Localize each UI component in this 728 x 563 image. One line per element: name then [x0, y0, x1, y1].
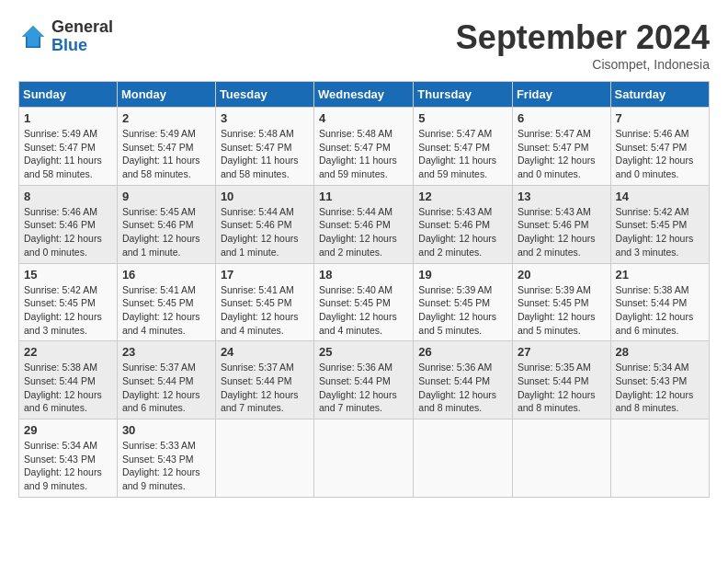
day-number: 2 — [122, 111, 210, 125]
page-header: General Blue September 2024 Cisompet, In… — [18, 18, 710, 72]
logo: General Blue — [18, 18, 113, 55]
col-header-friday: Friday — [512, 82, 610, 108]
week-row-1: 1Sunrise: 5:49 AM Sunset: 5:47 PM Daylig… — [19, 108, 710, 186]
day-detail: Sunrise: 5:40 AM Sunset: 5:45 PM Dayligh… — [319, 283, 408, 338]
day-number: 14 — [616, 190, 704, 203]
day-cell: 14Sunrise: 5:42 AM Sunset: 5:45 PM Dayli… — [610, 185, 709, 263]
col-header-wednesday: Wednesday — [314, 82, 414, 108]
day-number: 20 — [518, 268, 606, 282]
day-number: 27 — [518, 345, 606, 359]
day-number: 29 — [24, 423, 112, 437]
day-detail: Sunrise: 5:33 AM Sunset: 5:43 PM Dayligh… — [122, 439, 210, 493]
day-detail: Sunrise: 5:35 AM Sunset: 5:44 PM Dayligh… — [518, 361, 606, 415]
logo-text: General Blue — [51, 18, 113, 55]
day-detail: Sunrise: 5:34 AM Sunset: 5:43 PM Dayligh… — [24, 439, 112, 493]
day-detail: Sunrise: 5:44 AM Sunset: 5:46 PM Dayligh… — [319, 205, 408, 259]
col-header-saturday: Saturday — [610, 82, 709, 108]
day-cell: 15Sunrise: 5:42 AM Sunset: 5:45 PM Dayli… — [19, 263, 118, 341]
col-header-thursday: Thursday — [414, 82, 513, 108]
day-number: 6 — [518, 111, 606, 125]
day-number: 18 — [319, 268, 408, 282]
day-cell — [610, 419, 709, 498]
day-number: 9 — [122, 190, 210, 203]
day-cell: 1Sunrise: 5:49 AM Sunset: 5:47 PM Daylig… — [19, 108, 118, 186]
day-number: 17 — [221, 268, 309, 282]
day-detail: Sunrise: 5:38 AM Sunset: 5:44 PM Dayligh… — [616, 283, 704, 338]
day-number: 1 — [24, 111, 112, 125]
day-detail: Sunrise: 5:46 AM Sunset: 5:46 PM Dayligh… — [24, 205, 112, 259]
day-cell: 30Sunrise: 5:33 AM Sunset: 5:43 PM Dayli… — [117, 419, 215, 498]
day-number: 26 — [418, 345, 507, 359]
day-number: 5 — [418, 111, 507, 125]
day-number: 13 — [518, 190, 606, 203]
day-detail: Sunrise: 5:39 AM Sunset: 5:45 PM Dayligh… — [418, 283, 507, 338]
day-cell: 9Sunrise: 5:45 AM Sunset: 5:46 PM Daylig… — [117, 185, 215, 263]
day-detail: Sunrise: 5:43 AM Sunset: 5:46 PM Dayligh… — [518, 205, 606, 259]
day-number: 3 — [221, 111, 309, 125]
day-cell: 22Sunrise: 5:38 AM Sunset: 5:44 PM Dayli… — [19, 341, 118, 419]
day-cell: 5Sunrise: 5:47 AM Sunset: 5:47 PM Daylig… — [414, 108, 513, 186]
day-detail: Sunrise: 5:34 AM Sunset: 5:43 PM Dayligh… — [616, 361, 704, 415]
day-detail: Sunrise: 5:37 AM Sunset: 5:44 PM Dayligh… — [221, 361, 309, 415]
day-number: 15 — [24, 268, 112, 282]
week-row-2: 8Sunrise: 5:46 AM Sunset: 5:46 PM Daylig… — [19, 185, 710, 263]
logo-icon — [18, 22, 48, 52]
day-cell: 29Sunrise: 5:34 AM Sunset: 5:43 PM Dayli… — [19, 419, 118, 498]
day-cell: 19Sunrise: 5:39 AM Sunset: 5:45 PM Dayli… — [414, 263, 513, 341]
day-cell — [512, 419, 610, 498]
day-detail: Sunrise: 5:38 AM Sunset: 5:44 PM Dayligh… — [24, 361, 112, 415]
day-number: 7 — [616, 111, 704, 125]
day-detail: Sunrise: 5:49 AM Sunset: 5:47 PM Dayligh… — [24, 127, 112, 181]
day-detail: Sunrise: 5:36 AM Sunset: 5:44 PM Dayligh… — [418, 361, 507, 415]
day-number: 24 — [221, 345, 309, 359]
calendar-table: SundayMondayTuesdayWednesdayThursdayFrid… — [18, 81, 710, 498]
day-number: 30 — [122, 423, 210, 437]
day-detail: Sunrise: 5:43 AM Sunset: 5:46 PM Dayligh… — [418, 205, 507, 259]
month-title: September 2024 — [456, 18, 710, 57]
day-cell — [215, 419, 313, 498]
day-detail: Sunrise: 5:47 AM Sunset: 5:47 PM Dayligh… — [518, 127, 606, 181]
day-cell: 17Sunrise: 5:41 AM Sunset: 5:45 PM Dayli… — [215, 263, 313, 341]
day-number: 8 — [24, 190, 112, 203]
week-row-5: 29Sunrise: 5:34 AM Sunset: 5:43 PM Dayli… — [19, 419, 710, 498]
day-number: 28 — [616, 345, 704, 359]
title-block: September 2024 Cisompet, Indonesia — [456, 18, 710, 72]
day-cell: 27Sunrise: 5:35 AM Sunset: 5:44 PM Dayli… — [512, 341, 610, 419]
day-cell: 23Sunrise: 5:37 AM Sunset: 5:44 PM Dayli… — [117, 341, 215, 419]
day-cell: 3Sunrise: 5:48 AM Sunset: 5:47 PM Daylig… — [215, 108, 313, 186]
day-detail: Sunrise: 5:45 AM Sunset: 5:46 PM Dayligh… — [122, 205, 210, 259]
day-cell: 28Sunrise: 5:34 AM Sunset: 5:43 PM Dayli… — [610, 341, 709, 419]
day-cell: 11Sunrise: 5:44 AM Sunset: 5:46 PM Dayli… — [314, 185, 414, 263]
day-number: 10 — [221, 190, 309, 203]
day-number: 16 — [122, 268, 210, 282]
col-header-monday: Monday — [117, 82, 215, 108]
header-row: SundayMondayTuesdayWednesdayThursdayFrid… — [19, 82, 710, 108]
day-detail: Sunrise: 5:42 AM Sunset: 5:45 PM Dayligh… — [616, 205, 704, 259]
day-number: 21 — [616, 268, 704, 282]
day-cell: 20Sunrise: 5:39 AM Sunset: 5:45 PM Dayli… — [512, 263, 610, 341]
day-detail: Sunrise: 5:37 AM Sunset: 5:44 PM Dayligh… — [122, 361, 210, 415]
day-cell — [414, 419, 513, 498]
day-detail: Sunrise: 5:48 AM Sunset: 5:47 PM Dayligh… — [319, 127, 408, 181]
svg-marker-1 — [22, 26, 44, 46]
day-number: 12 — [418, 190, 507, 203]
day-cell: 26Sunrise: 5:36 AM Sunset: 5:44 PM Dayli… — [414, 341, 513, 419]
day-detail: Sunrise: 5:47 AM Sunset: 5:47 PM Dayligh… — [418, 127, 507, 181]
day-cell: 8Sunrise: 5:46 AM Sunset: 5:46 PM Daylig… — [19, 185, 118, 263]
day-cell: 2Sunrise: 5:49 AM Sunset: 5:47 PM Daylig… — [117, 108, 215, 186]
day-cell: 7Sunrise: 5:46 AM Sunset: 5:47 PM Daylig… — [610, 108, 709, 186]
day-detail: Sunrise: 5:39 AM Sunset: 5:45 PM Dayligh… — [518, 283, 606, 338]
day-detail: Sunrise: 5:49 AM Sunset: 5:47 PM Dayligh… — [122, 127, 210, 181]
day-cell: 12Sunrise: 5:43 AM Sunset: 5:46 PM Dayli… — [414, 185, 513, 263]
week-row-4: 22Sunrise: 5:38 AM Sunset: 5:44 PM Dayli… — [19, 341, 710, 419]
day-detail: Sunrise: 5:44 AM Sunset: 5:46 PM Dayligh… — [221, 205, 309, 259]
day-number: 4 — [319, 111, 408, 125]
week-row-3: 15Sunrise: 5:42 AM Sunset: 5:45 PM Dayli… — [19, 263, 710, 341]
day-cell: 10Sunrise: 5:44 AM Sunset: 5:46 PM Dayli… — [215, 185, 313, 263]
day-detail: Sunrise: 5:41 AM Sunset: 5:45 PM Dayligh… — [122, 283, 210, 338]
day-detail: Sunrise: 5:46 AM Sunset: 5:47 PM Dayligh… — [616, 127, 704, 181]
day-number: 23 — [122, 345, 210, 359]
day-cell: 16Sunrise: 5:41 AM Sunset: 5:45 PM Dayli… — [117, 263, 215, 341]
day-cell: 24Sunrise: 5:37 AM Sunset: 5:44 PM Dayli… — [215, 341, 313, 419]
day-cell: 4Sunrise: 5:48 AM Sunset: 5:47 PM Daylig… — [314, 108, 414, 186]
